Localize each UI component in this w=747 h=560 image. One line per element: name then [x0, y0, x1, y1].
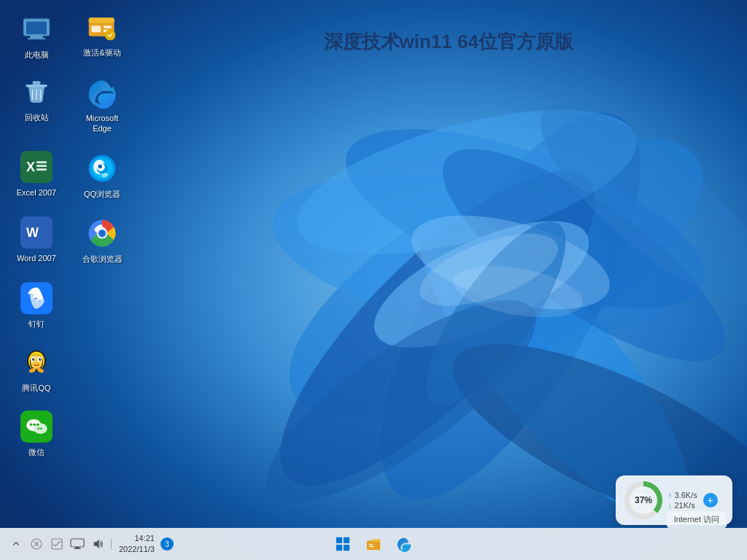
desktop-title: 深度技术win11 64位官方原版 [324, 29, 573, 55]
clock-time: 14:21 [134, 533, 155, 544]
excel-icon: X [19, 149, 54, 184]
desktop-icons-area: 此电脑 激活&驱动 [7, 7, 139, 503]
svg-rect-19 [30, 36, 43, 39]
wechat-label: 微信 [28, 447, 44, 457]
activate-label: 激活&驱动 [83, 47, 120, 58]
svg-rect-74 [336, 545, 342, 551]
notification-badge[interactable]: 3 [160, 537, 174, 551]
svg-rect-18 [26, 22, 47, 35]
desktop-icon-heheda[interactable]: 合歌浏览器 [73, 211, 131, 268]
svg-rect-35 [36, 165, 47, 167]
heheda-label: 合歌浏览器 [82, 254, 123, 264]
this-pc-label: 此电脑 [25, 50, 49, 60]
svg-rect-22 [89, 18, 115, 23]
recycle-label: 回收站 [25, 112, 49, 122]
taskbar: 14:21 2022/11/3 3 [0, 528, 747, 560]
desktop-icon-this-pc[interactable]: 此电脑 [7, 7, 66, 64]
this-pc-icon [19, 12, 54, 47]
edge-icon [85, 75, 120, 110]
desktop-icon-activate[interactable]: 激活&驱动 [73, 5, 131, 62]
tray-close-icon [28, 532, 45, 556]
network-stats: ↑ 3.6K/s ↓ 21K/s [668, 491, 697, 510]
tray-checkbox-icon[interactable] [48, 532, 66, 556]
svg-rect-78 [369, 546, 374, 547]
upload-speed: 3.6K/s [675, 491, 697, 499]
download-speed: 21K/s [675, 501, 695, 510]
desktop-icon-edge[interactable]: MicrosoftEdge [73, 71, 131, 139]
net-upload: ↑ 3.6K/s [668, 491, 697, 499]
activate-icon [85, 9, 120, 44]
svg-point-69 [36, 424, 39, 427]
svg-text:X: X [26, 160, 35, 174]
svg-rect-85 [74, 548, 81, 549]
desktop-icon-word[interactable]: W Word 2007 [7, 211, 66, 268]
desktop-icon-recycle[interactable]: 回收站 [7, 70, 66, 127]
heheda-icon [85, 216, 120, 251]
taskbar-center [330, 531, 417, 557]
download-arrow: ↓ [668, 501, 673, 510]
upload-arrow: ↑ [668, 491, 673, 499]
taskbar-edge-button[interactable] [391, 531, 417, 557]
svg-rect-23 [91, 26, 101, 32]
file-explorer-button[interactable] [360, 531, 387, 557]
tray-expand-button[interactable] [7, 532, 25, 556]
desktop-icon-qqbrowser[interactable]: QQ浏览器 [73, 147, 131, 203]
svg-point-67 [30, 424, 33, 427]
svg-rect-75 [344, 545, 349, 551]
svg-marker-86 [94, 540, 99, 549]
svg-rect-36 [36, 168, 47, 171]
dingtalk-icon [19, 281, 54, 316]
svg-point-71 [40, 428, 42, 430]
svg-point-68 [33, 424, 36, 427]
word-icon: W [19, 215, 54, 250]
svg-text:W: W [26, 225, 39, 240]
network-percent: 37% [630, 486, 657, 514]
svg-rect-73 [344, 537, 349, 543]
start-button[interactable] [330, 531, 356, 557]
desktop-icon-qq[interactable]: 腾讯QQ [7, 341, 66, 397]
svg-rect-51 [20, 282, 53, 314]
svg-rect-84 [75, 547, 80, 548]
edge-label: MicrosoftEdge [86, 113, 119, 134]
tray-volume-icon[interactable] [89, 532, 107, 556]
wechat-icon [19, 409, 54, 444]
internet-tooltip: Internet 访问 [667, 511, 727, 528]
qqbrowser-label: QQ浏览器 [84, 189, 120, 199]
tray-separator [111, 539, 112, 549]
clock-date: 2022/11/3 [119, 544, 155, 555]
svg-rect-27 [26, 85, 47, 88]
desktop-icon-wechat[interactable]: 微信 [7, 405, 66, 462]
svg-point-60 [34, 359, 34, 359]
tray-monitor-icon[interactable] [69, 532, 86, 556]
svg-rect-72 [336, 537, 342, 543]
excel-label: Excel 2007 [17, 187, 56, 198]
recycle-icon [19, 74, 54, 109]
dingtalk-label: 钉钉 [28, 319, 44, 329]
qq-label: 腾讯QQ [22, 383, 50, 393]
svg-rect-83 [71, 539, 84, 547]
svg-point-61 [40, 359, 41, 359]
qq-icon [19, 345, 54, 380]
desktop: 深度技术win11 64位官方原版 此电脑 [0, 0, 747, 560]
clock[interactable]: 14:21 2022/11/3 [116, 533, 158, 556]
system-tray: 14:21 2022/11/3 3 [7, 532, 174, 556]
svg-rect-77 [369, 544, 374, 545]
svg-rect-34 [36, 161, 47, 163]
svg-point-50 [99, 231, 104, 236]
network-usage-circle: 37% [624, 481, 662, 519]
svg-point-42 [98, 164, 103, 168]
word-label: Word 2007 [17, 253, 56, 263]
network-add-button[interactable]: + [703, 493, 718, 508]
svg-point-70 [37, 428, 39, 430]
svg-rect-24 [104, 26, 112, 28]
svg-rect-28 [33, 81, 41, 85]
svg-rect-76 [367, 540, 380, 550]
desktop-icon-excel[interactable]: X Excel 2007 [7, 145, 66, 202]
qqbrowser-icon [85, 151, 120, 186]
svg-rect-20 [28, 38, 46, 39]
desktop-icon-dingtalk[interactable]: 钉钉 [7, 276, 66, 333]
net-download: ↓ 21K/s [668, 501, 697, 510]
